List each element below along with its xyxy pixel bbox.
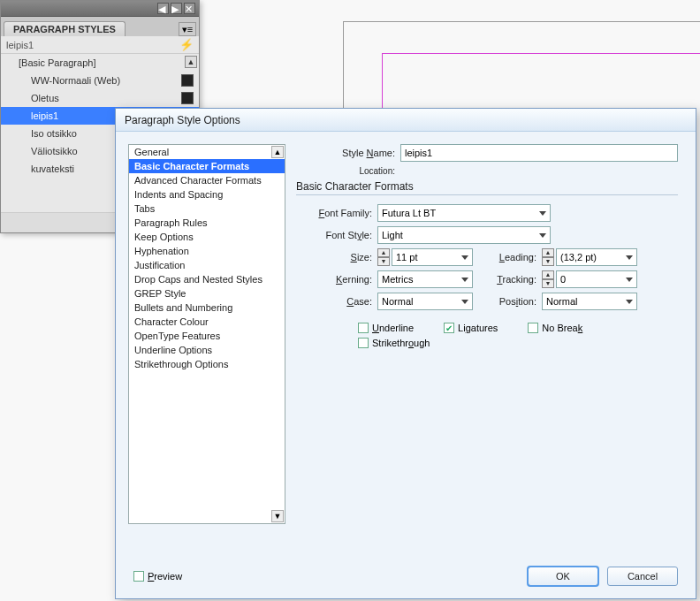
tracking-label: Tracking: — [473, 274, 542, 285]
leading-label: Leading: — [473, 252, 542, 262]
font-family-label: Font Family: — [296, 208, 377, 218]
cat-bullets-numbering[interactable]: Bullets and Numbering — [129, 300, 285, 315]
case-label: Case: — [296, 296, 377, 307]
underline-checkbox[interactable]: Underline — [358, 323, 414, 333]
font-family-combo[interactable]: Futura Lt BT — [377, 204, 551, 222]
preview-label: Preview — [148, 571, 182, 582]
strikethrough-label: Strikethrough — [372, 338, 430, 348]
tab-paragraph-styles[interactable]: PARAGRAPH STYLES — [4, 21, 126, 36]
cat-basic-character-formats[interactable]: Basic Character Formats — [129, 159, 285, 173]
style-item-label: [Basic Paragraph] — [19, 57, 95, 68]
strikethrough-checkbox[interactable]: Strikethrough — [358, 338, 430, 348]
style-name-label: Style Name: — [296, 148, 400, 158]
scroll-down-icon[interactable]: ▼ — [271, 510, 284, 522]
size-label: Size: — [296, 252, 377, 262]
divider — [296, 194, 678, 195]
disk-icon — [181, 74, 194, 87]
cat-opentype[interactable]: OpenType Features — [129, 329, 285, 343]
style-item-oletus[interactable]: Oletus — [1, 89, 199, 107]
kerning-label: Kerning: — [296, 274, 377, 285]
ligatures-label: Ligatures — [458, 323, 498, 333]
options-form: Style Name: leipis1 Location: Basic Char… — [296, 144, 683, 558]
style-item-label: Iso otsikko — [31, 128, 77, 139]
checkbox-icon: ✔ — [444, 323, 454, 333]
scroll-up-icon[interactable]: ▲ — [271, 146, 284, 158]
disk-icon — [181, 92, 194, 104]
panel-collapse-left-icon[interactable]: ◀ — [157, 3, 169, 14]
quick-apply-icon[interactable]: ⚡ — [179, 38, 194, 51]
style-item-ww-normaali[interactable]: WW-Normaali (Web) — [1, 72, 199, 89]
checkbox-icon — [358, 338, 369, 348]
ok-button[interactable]: OK — [528, 567, 598, 586]
dialog-footer: Preview OK Cancel — [128, 558, 683, 598]
panel-controls: ◀ ▶ ✕ — [1, 1, 199, 17]
style-name-input[interactable]: leipis1 — [400, 144, 678, 162]
section-title: Basic Character Formats — [296, 180, 678, 193]
current-style-label: leipis1 — [6, 40, 34, 50]
panel-collapse-right-icon[interactable]: ▶ — [171, 3, 182, 14]
tracking-stepper[interactable]: ▲▼ — [542, 270, 554, 288]
font-style-combo[interactable]: Light — [377, 226, 551, 244]
cat-justification[interactable]: Justification — [129, 258, 285, 272]
cat-character-colour[interactable]: Character Colour — [129, 315, 285, 329]
paragraph-style-options-dialog: Paragraph Style Options General Basic Ch… — [115, 108, 696, 599]
style-item-basic-paragraph[interactable]: [Basic Paragraph] — [1, 54, 199, 72]
style-item-label: kuvateksti — [31, 164, 74, 174]
underline-label: Underline — [372, 323, 414, 333]
leading-stepper[interactable]: ▲▼ — [542, 248, 554, 266]
panel-menu-icon[interactable]: ▾≡ — [179, 22, 196, 36]
cancel-button[interactable]: Cancel — [607, 567, 678, 586]
ligatures-checkbox[interactable]: ✔ Ligatures — [444, 323, 498, 333]
preview-checkbox[interactable]: Preview — [133, 571, 182, 582]
no-break-checkbox[interactable]: No Break — [528, 323, 582, 333]
cat-strikethrough-options[interactable]: Strikethrough Options — [129, 357, 285, 371]
cat-general[interactable]: General — [129, 145, 285, 159]
position-label: Position: — [473, 296, 542, 307]
panel-tab-bar: PARAGRAPH STYLES ▾≡ — [1, 17, 199, 36]
style-item-label: Väliotsikko — [31, 146, 78, 156]
style-item-label: WW-Normaali (Web) — [31, 75, 120, 86]
tracking-combo[interactable]: 0 — [556, 270, 637, 288]
checkbox-icon — [133, 571, 144, 582]
cat-keep-options[interactable]: Keep Options — [129, 230, 285, 244]
current-style-row: leipis1 ⚡ — [1, 36, 199, 54]
case-combo[interactable]: Normal — [377, 293, 473, 310]
cat-drop-caps[interactable]: Drop Caps and Nested Styles — [129, 272, 285, 286]
cat-tabs[interactable]: Tabs — [129, 202, 285, 216]
size-stepper[interactable]: ▲▼ — [377, 248, 390, 266]
style-item-label: Oletus — [31, 93, 59, 103]
checkbox-icon — [358, 323, 369, 333]
location-label: Location: — [296, 166, 400, 176]
style-item-label: leipis1 — [31, 110, 58, 121]
scroll-up-icon[interactable]: ▲ — [185, 56, 197, 68]
cat-grep-style[interactable]: GREP Style — [129, 286, 285, 300]
cat-indents-spacing[interactable]: Indents and Spacing — [129, 187, 285, 202]
leading-combo[interactable]: (13,2 pt) — [556, 248, 637, 266]
category-list[interactable]: General Basic Character Formats Advanced… — [128, 144, 285, 524]
size-combo[interactable]: 11 pt — [392, 248, 473, 266]
kerning-combo[interactable]: Metrics — [377, 270, 473, 288]
dialog-title: Paragraph Style Options — [116, 109, 696, 132]
cat-hyphenation[interactable]: Hyphenation — [129, 244, 285, 258]
cat-paragraph-rules[interactable]: Paragraph Rules — [129, 216, 285, 230]
checkbox-icon — [528, 323, 538, 333]
cat-underline-options[interactable]: Underline Options — [129, 343, 285, 357]
no-break-label: No Break — [542, 323, 582, 333]
position-combo[interactable]: Normal — [542, 293, 637, 310]
font-style-label: Font Style: — [296, 230, 377, 240]
panel-close-icon[interactable]: ✕ — [184, 3, 195, 14]
cat-advanced-character-formats[interactable]: Advanced Character Formats — [129, 173, 285, 187]
